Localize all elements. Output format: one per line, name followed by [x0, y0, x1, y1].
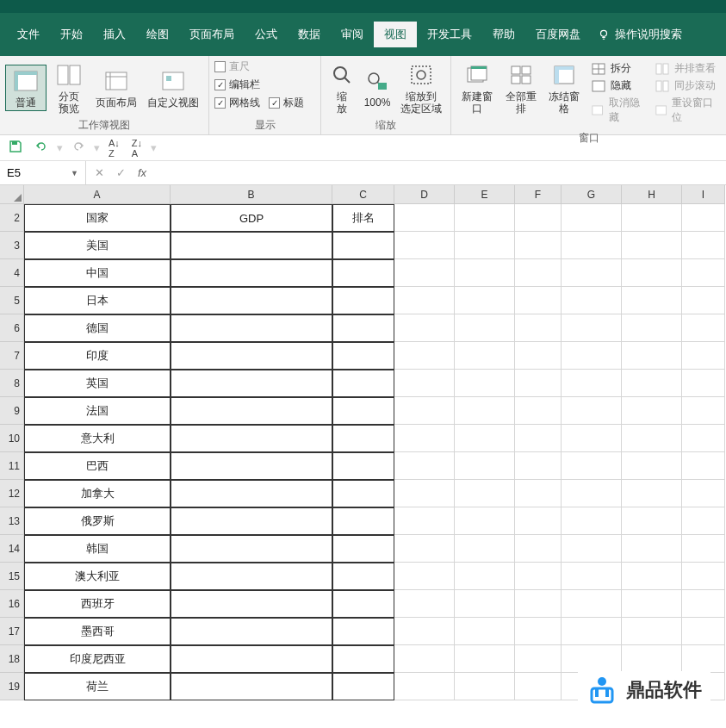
cell-I16[interactable]	[682, 590, 725, 618]
menu-page-layout[interactable]: 页面布局	[179, 22, 245, 47]
cell-B17[interactable]	[171, 618, 332, 645]
cell-D11[interactable]	[394, 452, 455, 480]
cell-A17[interactable]: 墨西哥	[24, 618, 171, 645]
select-all-corner[interactable]	[0, 185, 24, 204]
page-break-preview-button[interactable]: 分页 预览	[48, 59, 90, 116]
cell-E16[interactable]	[455, 590, 515, 618]
column-header-D[interactable]: D	[394, 185, 455, 204]
cell-G6[interactable]	[562, 314, 622, 342]
cell-B16[interactable]	[171, 590, 332, 618]
cell-F9[interactable]	[515, 397, 562, 425]
cell-G8[interactable]	[562, 370, 622, 397]
cell-B19[interactable]	[171, 673, 332, 700]
cell-E13[interactable]	[455, 507, 515, 535]
zoom-100-button[interactable]: 100%	[359, 65, 395, 110]
cell-F12[interactable]	[515, 480, 562, 507]
cell-E12[interactable]	[455, 480, 515, 507]
cell-F15[interactable]	[515, 563, 562, 590]
cell-A9[interactable]: 法国	[24, 397, 171, 425]
cell-G9[interactable]	[562, 397, 622, 425]
cell-E9[interactable]	[455, 397, 515, 425]
row-header[interactable]: 5	[0, 287, 24, 314]
cell-I15[interactable]	[682, 563, 725, 590]
cell-C3[interactable]	[332, 232, 394, 259]
arrange-all-button[interactable]: 全部重排	[500, 59, 541, 116]
row-header[interactable]: 3	[0, 232, 24, 259]
cell-D18[interactable]	[394, 645, 455, 673]
column-header-G[interactable]: G	[562, 185, 622, 204]
cell-H8[interactable]	[622, 370, 682, 397]
insert-function-button[interactable]: fx	[138, 166, 146, 179]
hide-button[interactable]: 隐藏	[592, 78, 643, 93]
cell-C9[interactable]	[332, 397, 394, 425]
cell-G3[interactable]	[562, 232, 622, 259]
cell-I17[interactable]	[682, 618, 725, 645]
cell-G16[interactable]	[562, 590, 622, 618]
menu-insert[interactable]: 插入	[93, 22, 136, 47]
cell-H2[interactable]	[622, 204, 682, 232]
cell-G10[interactable]	[562, 425, 622, 452]
save-button[interactable]	[5, 138, 26, 158]
menu-review[interactable]: 审阅	[331, 22, 374, 47]
cell-H4[interactable]	[622, 259, 682, 287]
column-header-C[interactable]: C	[332, 185, 394, 204]
cell-A10[interactable]: 意大利	[24, 425, 171, 452]
cell-H18[interactable]	[622, 645, 682, 673]
cell-A4[interactable]: 中国	[24, 259, 171, 287]
row-header[interactable]: 15	[0, 563, 24, 590]
cell-E5[interactable]	[455, 287, 515, 314]
cell-C2[interactable]: 排名	[332, 204, 394, 232]
name-box-dropdown-icon[interactable]: ▼	[71, 169, 78, 177]
cell-I9[interactable]	[682, 397, 725, 425]
cell-H12[interactable]	[622, 480, 682, 507]
cell-D10[interactable]	[394, 425, 455, 452]
cell-H13[interactable]	[622, 507, 682, 535]
cell-F10[interactable]	[515, 425, 562, 452]
cell-A5[interactable]: 日本	[24, 287, 171, 314]
sort-asc-button[interactable]: A↓Z	[105, 136, 123, 160]
cell-B7[interactable]	[171, 342, 332, 370]
cell-D2[interactable]	[394, 204, 455, 232]
cell-A11[interactable]: 巴西	[24, 452, 171, 480]
cell-F5[interactable]	[515, 287, 562, 314]
cell-H15[interactable]	[622, 563, 682, 590]
menu-formulas[interactable]: 公式	[245, 22, 288, 47]
row-header[interactable]: 6	[0, 314, 24, 342]
cell-D12[interactable]	[394, 480, 455, 507]
cell-D13[interactable]	[394, 507, 455, 535]
cell-H11[interactable]	[622, 452, 682, 480]
cell-F16[interactable]	[515, 590, 562, 618]
cell-H5[interactable]	[622, 287, 682, 314]
row-header[interactable]: 9	[0, 397, 24, 425]
cell-C14[interactable]	[332, 535, 394, 563]
cell-D4[interactable]	[394, 259, 455, 287]
cell-I18[interactable]	[682, 645, 725, 673]
cell-A14[interactable]: 韩国	[24, 535, 171, 563]
cell-C19[interactable]	[332, 673, 394, 700]
row-header[interactable]: 17	[0, 618, 24, 645]
cell-E7[interactable]	[455, 342, 515, 370]
cell-F7[interactable]	[515, 342, 562, 370]
cell-I4[interactable]	[682, 259, 725, 287]
cell-I6[interactable]	[682, 314, 725, 342]
sort-desc-button[interactable]: Z↓A	[128, 136, 146, 160]
zoom-selection-button[interactable]: 缩放到 选定区域	[397, 59, 445, 116]
cell-I14[interactable]	[682, 535, 725, 563]
cell-I13[interactable]	[682, 507, 725, 535]
cell-G18[interactable]	[562, 645, 622, 673]
cell-D17[interactable]	[394, 618, 455, 645]
split-button[interactable]: 拆分	[592, 61, 643, 76]
cell-B9[interactable]	[171, 397, 332, 425]
cell-D14[interactable]	[394, 535, 455, 563]
cell-B5[interactable]	[171, 287, 332, 314]
cell-C10[interactable]	[332, 425, 394, 452]
undo-button[interactable]	[31, 138, 52, 158]
cell-I8[interactable]	[682, 370, 725, 397]
cell-G2[interactable]	[562, 204, 622, 232]
cell-G11[interactable]	[562, 452, 622, 480]
cell-B2[interactable]: GDP	[171, 204, 332, 232]
cell-B3[interactable]	[171, 232, 332, 259]
cell-E8[interactable]	[455, 370, 515, 397]
cell-I10[interactable]	[682, 425, 725, 452]
cell-F4[interactable]	[515, 259, 562, 287]
